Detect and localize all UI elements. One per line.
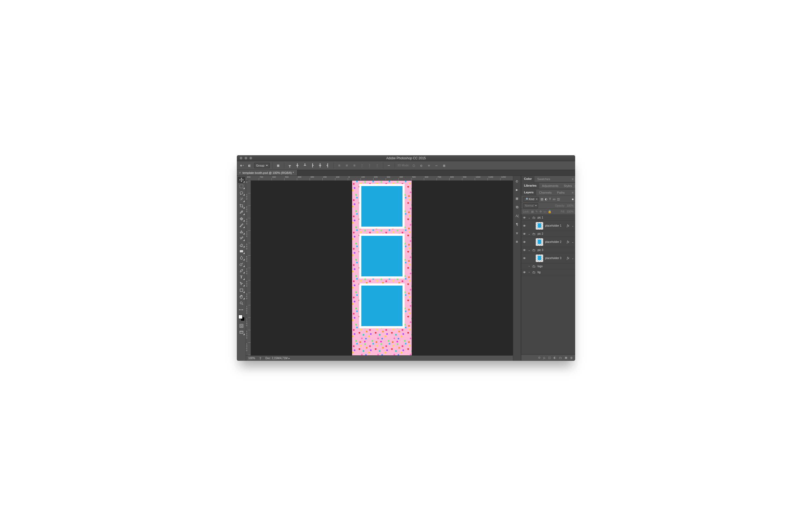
tool-preset-icon[interactable]: ✥▾ [239,162,245,169]
visibility-toggle[interactable]: 👁 [522,240,526,244]
dist-hcenter-icon[interactable]: ⋮ [367,162,373,169]
tab-color[interactable]: Color [521,176,534,182]
link-layers-icon[interactable]: ⊘ [538,356,541,359]
layer-name[interactable]: placeholder 3 [545,256,565,260]
panel-menu-icon[interactable]: ≡ [575,184,575,187]
layer-name[interactable]: placeholder 2 [545,240,565,243]
titlebar[interactable]: Adobe Photoshop CC 2015 [237,155,575,161]
layer-style-icon[interactable]: fx [543,356,545,359]
brush-tool[interactable] [238,222,245,228]
tab-paths[interactable]: Paths [554,189,567,195]
dist-bottom-icon[interactable]: ≡ [352,162,357,169]
fx-badge[interactable]: fx [567,240,569,244]
lock-position-icon[interactable]: ✥ [540,210,542,213]
share-icon[interactable]: ⇪ [259,357,262,360]
document-tab[interactable]: × template booth.psd @ 100% (RGB/8) * [237,170,297,176]
healing-tool[interactable] [238,216,245,222]
dist-right-icon[interactable]: ⋮ [374,162,380,169]
new-layer-icon[interactable]: ▣ [564,356,567,359]
eyedropper-tool[interactable] [238,209,245,215]
filter-type-icon[interactable]: T [549,198,551,201]
layer-name[interactable]: logo [538,265,574,268]
threeD-orbit-icon[interactable]: ◯ [411,162,417,169]
visibility-toggle[interactable]: 👁 [522,216,526,219]
sliders-dock-icon[interactable]: ≡ [514,239,520,244]
lock-pixels-icon[interactable]: ▦ [531,210,534,213]
screenmode-button[interactable] [238,329,245,335]
gradient-tool[interactable] [238,248,245,254]
layer-group[interactable]: 👁 ⌄ 🗀 pic 2 [521,231,575,237]
arrange-icon[interactable]: ⋯ [386,162,392,169]
layer-group[interactable]: 👁 › 🗀 bg [521,269,575,275]
filter-smart-icon[interactable]: ◫ [557,198,560,201]
blur-tool[interactable] [238,255,245,261]
brushes-dock-icon[interactable]: ⧉ [514,204,520,210]
shape-tool[interactable] [238,287,245,293]
tools-dock-icon[interactable]: ⚒ [514,230,520,236]
filter-adjust-icon[interactable]: ◐ [545,198,548,201]
layer-name[interactable]: pic 2 [538,232,574,235]
visibility-toggle[interactable]: 👁 [522,271,526,274]
fill-value[interactable]: 100% [567,210,574,213]
doc-size-readout[interactable]: Doc: 2,15M/4,71M▸ [265,357,290,360]
close-doc-icon[interactable]: × [239,171,241,175]
layer-group[interactable]: 👁 ⌄ 🗀 pic 1 [521,215,575,221]
layer-tree[interactable]: 👁 ⌄ 🗀 pic 1 👁 placeholder 1 fx⌄ [521,215,575,355]
edit-toolbar-button[interactable]: ••• [238,307,245,313]
history-dock-icon[interactable]: ◴ [514,178,520,184]
tab-swatches[interactable]: Swatches [534,176,553,182]
threeD-pan-icon[interactable]: ✥ [426,162,432,169]
layer-item[interactable]: 👁 placeholder 3 fx⌄ [521,253,575,264]
dodge-tool[interactable] [238,261,245,267]
ruler-vertical[interactable]: 0100200300400500600700800900100011001200… [246,181,251,355]
disclosure-icon[interactable]: ⌄ [528,248,530,251]
threeD-roll-icon[interactable]: ◐ [418,162,425,169]
clone-stamp-tool[interactable] [238,229,245,235]
layer-thumbnail[interactable] [535,254,544,262]
threeD-camera-icon[interactable]: ■ [441,162,447,169]
layer-name[interactable]: placeholder 1 [545,224,565,227]
visibility-toggle[interactable]: 👁 [522,265,526,268]
filter-image-icon[interactable]: ▧ [541,198,543,201]
lock-all-icon[interactable]: 🔒 [548,210,552,213]
paragraph-dock-icon[interactable]: ¶ [514,221,520,227]
history-brush-tool[interactable] [238,235,245,241]
layer-group[interactable]: 👁 › 🗀 logo [521,264,575,269]
dist-top-icon[interactable]: ≡ [337,162,342,169]
document[interactable] [352,181,412,355]
layer-thumbnail[interactable] [535,238,544,246]
character-dock-icon[interactable]: A| [514,213,520,218]
panel-menu-icon[interactable]: ≡ [572,191,574,194]
tab-libraries[interactable]: Libraries [521,183,539,189]
dist-left-icon[interactable]: ⋮ [359,162,365,169]
tab-layers[interactable]: Layers [521,189,536,196]
fx-badge[interactable]: fx [567,224,569,228]
adjustment-layer-icon[interactable]: ◐ [553,356,556,359]
dist-vcenter-icon[interactable]: ≡ [344,162,350,169]
delete-layer-icon[interactable]: 🗑 [570,356,573,359]
foreground-color-swatch[interactable] [238,315,242,319]
canvas[interactable] [251,181,513,355]
disclosure-icon[interactable]: › [528,265,530,268]
lock-artboard-icon[interactable]: ▭ [544,210,546,213]
zoom-readout[interactable]: 100% [248,357,255,360]
tab-styles[interactable]: Styles [561,183,575,189]
layer-filter-select[interactable]: 🔎 Kind [523,197,539,202]
lasso-tool[interactable] [238,190,245,196]
ruler-horizontal[interactable]: 8007006005004003002001000100200300400500… [246,176,513,181]
filter-toggle[interactable] [572,199,574,200]
hand-tool[interactable] [238,294,245,300]
layer-name[interactable]: bg [538,271,574,274]
zoom-tool[interactable] [238,300,245,306]
marquee-tool[interactable] [238,183,245,189]
properties-dock-icon[interactable]: ▤ [514,195,520,201]
lock-paint-icon[interactable]: ✎ [535,210,538,213]
align-vcenter-icon[interactable]: ╋ [294,162,300,169]
magic-wand-tool[interactable] [238,196,245,202]
visibility-toggle[interactable]: 👁 [522,232,526,236]
align-right-icon[interactable]: ┫ [325,162,331,169]
layer-item[interactable]: 👁 placeholder 1 fx⌄ [521,221,575,231]
fx-badge[interactable]: fx [567,256,569,260]
tab-channels[interactable]: Channels [536,189,554,195]
disclosure-icon[interactable]: ⌄ [528,232,530,235]
